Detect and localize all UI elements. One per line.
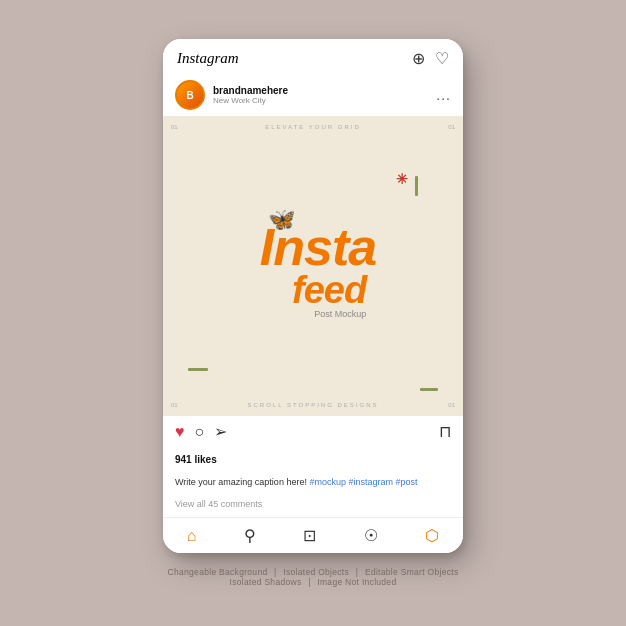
caption-hashtags[interactable]: #mockup #instagram #post: [309, 477, 417, 487]
bottom-nav: ⌂ ⚲ ⊡ ☉ ⬡: [163, 517, 463, 553]
footer-isolated-objects: Isolated Objects: [283, 567, 349, 577]
footer-editable-smart: Editable Smart Objects: [365, 567, 459, 577]
avatar-letter: B: [186, 90, 193, 101]
footer-sep-3: |: [308, 577, 311, 587]
corner-bl: 01: [171, 402, 178, 408]
deco-line-2: [415, 176, 418, 196]
ig-header: Instagram ⊕ ♡: [163, 39, 463, 74]
nav-home[interactable]: ⌂: [187, 527, 197, 545]
profile-location: New Work City: [213, 96, 288, 105]
corner-tl: 01: [171, 124, 178, 130]
nav-profile[interactable]: ⬡: [425, 526, 439, 545]
header-icons: ⊕ ♡: [412, 49, 449, 68]
actions-left: ♥ ○ ➢: [175, 422, 227, 441]
butterfly-icon: 🦋: [268, 207, 295, 233]
comments-link[interactable]: View all 45 comments: [175, 499, 262, 509]
profile-info: brandnamehere New Work City: [213, 85, 288, 105]
deco-line-3: [420, 388, 438, 391]
share-button[interactable]: ➢: [214, 422, 227, 441]
footer-line-1: Changeable Background | Isolated Objects…: [168, 567, 459, 577]
footer-changeable-bg: Changeable Background: [168, 567, 268, 577]
asterisk-deco: ✳: [396, 171, 408, 187]
post-image: 01 01 01 01 ELEVATE YOUR GRID SCROLL STO…: [163, 116, 463, 416]
footer-isolated-shadows: Isolated Shadows: [230, 577, 302, 587]
footer-line-2: Isolated Shadows | Image Not Included: [168, 577, 459, 587]
likes-count: 941 likes: [175, 454, 217, 465]
comments-row: View all 45 comments: [163, 491, 463, 517]
nav-reels[interactable]: ⊡: [303, 526, 316, 545]
instagram-mockup: Instagram ⊕ ♡ B brandnamehere New Work C…: [163, 39, 463, 553]
nav-messages[interactable]: ☉: [364, 526, 378, 545]
footer-sep-2: |: [356, 567, 359, 577]
avatar[interactable]: B: [175, 80, 205, 110]
like-button[interactable]: ♥: [175, 423, 185, 441]
post-mockup-label: Post Mockup: [314, 309, 366, 319]
heart-icon[interactable]: ♡: [435, 49, 449, 68]
profile-row: B brandnamehere New Work City ...: [163, 74, 463, 116]
deco-line-1: [188, 368, 208, 371]
profile-left: B brandnamehere New Work City: [175, 80, 288, 110]
more-options[interactable]: ...: [436, 87, 451, 103]
add-icon[interactable]: ⊕: [412, 49, 425, 68]
caption-text: Write your amazing caption here! #mockup…: [175, 477, 417, 487]
likes-row: 941 likes: [163, 447, 463, 469]
top-label: ELEVATE YOUR GRID: [265, 124, 361, 130]
corner-tr: 01: [448, 124, 455, 130]
footer-labels: Changeable Background | Isolated Objects…: [168, 567, 459, 587]
profile-name[interactable]: brandnamehere: [213, 85, 288, 96]
footer-image-not-included: Image Not Included: [317, 577, 396, 587]
feed-text: feed: [292, 273, 366, 307]
comment-button[interactable]: ○: [195, 423, 205, 441]
bottom-label: SCROLL STOPPING DESIGNS: [247, 402, 378, 408]
nav-search[interactable]: ⚲: [244, 526, 256, 545]
feed-content: 🦋 Insta feed Post Mockup: [230, 193, 396, 339]
caption-row: Write your amazing caption here! #mockup…: [163, 469, 463, 491]
bookmark-button[interactable]: ⊓: [439, 422, 451, 441]
actions-row: ♥ ○ ➢ ⊓: [163, 416, 463, 447]
corner-br: 01: [448, 402, 455, 408]
instagram-logo: Instagram: [177, 50, 239, 67]
footer-sep-1: |: [274, 567, 277, 577]
